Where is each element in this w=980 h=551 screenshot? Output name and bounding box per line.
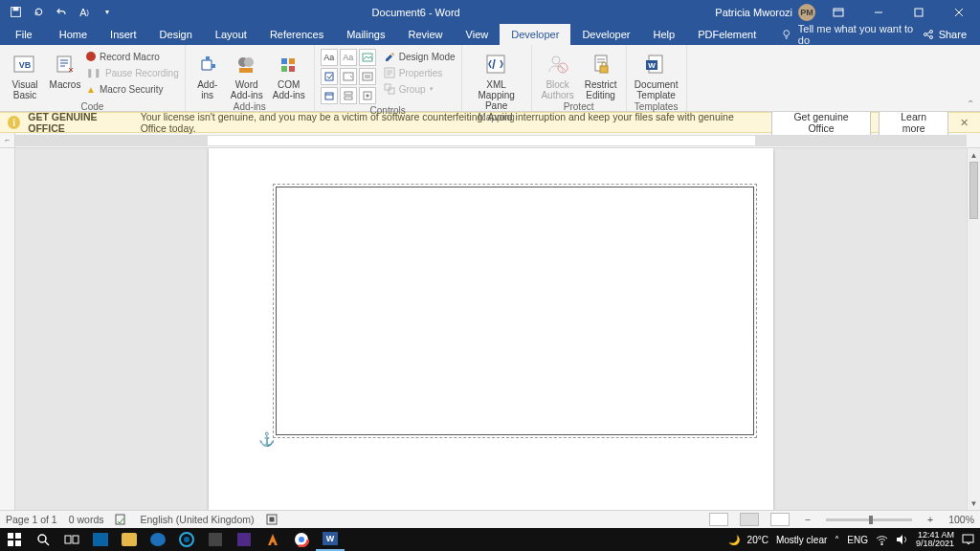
spell-check-icon[interactable]: [115, 514, 128, 525]
document-template-button[interactable]: W Document Template: [633, 49, 680, 100]
taskbar-app-7[interactable]: [258, 528, 287, 551]
plain-text-control-icon[interactable]: Aa: [340, 49, 357, 66]
taskbar-app-5[interactable]: [201, 528, 230, 551]
print-layout-icon[interactable]: [740, 513, 759, 526]
vertical-scrollbar[interactable]: ▲ ▼: [967, 148, 980, 510]
maximize-button[interactable]: [902, 0, 936, 24]
tab-developer[interactable]: Developer: [570, 24, 641, 45]
weather-cond[interactable]: Mostly clear: [776, 535, 827, 545]
tab-mailings[interactable]: Mailings: [335, 24, 396, 45]
restrict-editing-button[interactable]: Restrict Editing: [582, 49, 620, 100]
task-view-icon[interactable]: [57, 528, 86, 551]
tab-pdfelement[interactable]: PDFelement: [686, 24, 768, 45]
macro-status-icon[interactable]: [266, 514, 278, 525]
horizontal-ruler[interactable]: ⌐: [0, 133, 980, 148]
pause-recording-button: ❚❚Pause Recording: [86, 65, 179, 80]
clock[interactable]: 12:41 AM 9/18/2021: [916, 531, 954, 548]
dropdown-control-icon[interactable]: [359, 68, 376, 85]
tab-home[interactable]: Home: [48, 24, 99, 45]
start-button[interactable]: [0, 528, 29, 551]
group-label: Add-ins: [191, 100, 308, 114]
addins-button[interactable]: Add- ins: [191, 49, 224, 100]
taskbar-app-2[interactable]: [115, 528, 144, 551]
page[interactable]: ⚓: [209, 148, 773, 510]
repeating-control-icon[interactable]: [340, 87, 357, 104]
input-language[interactable]: ENG: [847, 535, 868, 545]
undo-icon[interactable]: [52, 3, 71, 22]
taskbar-app-3[interactable]: [144, 528, 172, 551]
avatar[interactable]: PM: [798, 4, 815, 21]
vertical-ruler[interactable]: [0, 148, 15, 510]
web-layout-icon[interactable]: [770, 513, 790, 526]
scroll-thumb[interactable]: [969, 162, 978, 219]
collapse-ribbon-icon[interactable]: ⌃: [967, 99, 974, 109]
taskbar-app-1[interactable]: [86, 528, 115, 551]
notifications-icon[interactable]: [962, 534, 974, 545]
minimize-button[interactable]: [861, 0, 896, 24]
com-addins-button[interactable]: COM Add-ins: [270, 49, 308, 100]
page-indicator[interactable]: Page 1 of 1: [6, 514, 57, 525]
word-addins-button[interactable]: Word Add-ins: [228, 49, 266, 100]
zoom-in-button[interactable]: +: [924, 514, 937, 525]
rich-text-control-icon[interactable]: Aa: [321, 49, 338, 66]
language-indicator[interactable]: English (United Kingdom): [140, 514, 254, 525]
search-icon[interactable]: [29, 528, 57, 551]
taskbar-app-6[interactable]: [230, 528, 258, 551]
tab-design[interactable]: Design: [148, 24, 204, 45]
read-mode-icon[interactable]: [709, 513, 728, 526]
scroll-up-icon[interactable]: ▲: [968, 148, 980, 162]
tab-layout[interactable]: Layout: [204, 24, 258, 45]
ribbon-display-icon[interactable]: [821, 0, 856, 24]
tab-help[interactable]: Help: [642, 24, 687, 45]
tab-developer[interactable]: Developer: [500, 24, 570, 45]
text-box[interactable]: [276, 187, 754, 435]
scroll-down-icon[interactable]: ▼: [968, 496, 980, 510]
tray-chevron-icon[interactable]: ˄: [835, 535, 839, 545]
macros-button[interactable]: Macros: [48, 49, 82, 90]
picture-control-icon[interactable]: [359, 49, 376, 66]
get-genuine-button[interactable]: Get genuine Office: [771, 108, 872, 137]
close-button[interactable]: [942, 0, 976, 24]
user-name[interactable]: Patricia Mworozi: [715, 7, 792, 18]
tab-file[interactable]: File: [0, 24, 48, 45]
design-mode-button[interactable]: Design Mode: [384, 49, 456, 64]
taskbar-word-icon[interactable]: W: [316, 528, 345, 551]
svg-point-8: [924, 33, 926, 36]
wifi-icon[interactable]: [876, 535, 888, 545]
xml-mapping-button[interactable]: XML Mapping Pane: [468, 49, 525, 111]
learn-more-button[interactable]: Learn more: [879, 108, 948, 137]
volume-icon[interactable]: [896, 534, 908, 545]
record-macro-button[interactable]: Record Macro: [86, 49, 179, 64]
banner-close-icon[interactable]: ✕: [956, 117, 972, 128]
repeat-icon[interactable]: [29, 3, 48, 22]
taskbar-app-4[interactable]: [172, 528, 201, 551]
macro-security-button[interactable]: ▲Macro Security: [86, 81, 179, 97]
svg-point-33: [552, 56, 560, 64]
svg-rect-27: [345, 97, 352, 99]
document-title: Document6 - Word: [117, 7, 715, 18]
svg-rect-45: [8, 540, 13, 546]
document-area[interactable]: ⚓: [15, 148, 967, 510]
zoom-level[interactable]: 100%: [948, 514, 974, 525]
date-control-icon[interactable]: [321, 87, 338, 104]
tab-references[interactable]: References: [258, 24, 335, 45]
word-count[interactable]: 0 words: [69, 514, 104, 525]
legacy-tools-icon[interactable]: [359, 87, 376, 104]
save-icon[interactable]: [6, 3, 25, 22]
tab-review[interactable]: Review: [397, 24, 455, 45]
tab-insert[interactable]: Insert: [99, 24, 148, 45]
zoom-out-button[interactable]: −: [801, 514, 814, 525]
visual-basic-button[interactable]: VB Visual Basic: [6, 49, 44, 100]
share-button[interactable]: Share: [923, 24, 980, 45]
taskbar-app-8[interactable]: [287, 528, 316, 551]
combobox-control-icon[interactable]: [340, 68, 357, 85]
zoom-slider[interactable]: [826, 518, 912, 521]
controls-options: Design Mode Properties Group▾: [380, 49, 456, 97]
weather-temp[interactable]: 20°C: [747, 535, 768, 545]
qat-more-icon[interactable]: ▾: [98, 3, 117, 22]
weather-icon[interactable]: 🌙: [728, 535, 740, 545]
tell-me[interactable]: Tell me what you want to do: [768, 24, 922, 45]
font-size-icon[interactable]: A): [75, 3, 94, 22]
checkbox-control-icon[interactable]: [321, 68, 338, 85]
tab-view[interactable]: View: [455, 24, 501, 45]
